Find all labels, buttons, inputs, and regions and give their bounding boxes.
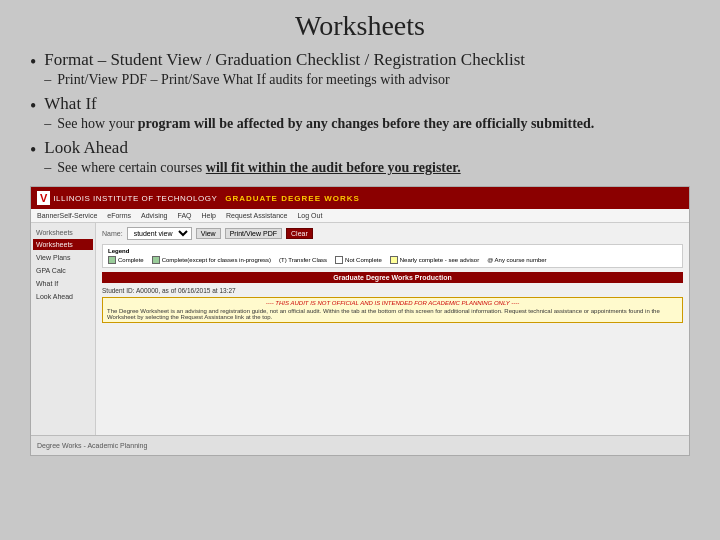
legend-item-transfer: (T) Transfer Class <box>279 256 327 264</box>
sub-list-lookahead: – See where certain courses will fit wit… <box>44 160 690 176</box>
legend-complete-label: Complete <box>118 257 144 263</box>
sidebar-item-whatif[interactable]: What If <box>33 278 93 289</box>
bullet-content-whatif: What If – See how your program will be a… <box>44 94 690 134</box>
sub-item-format-0: – Print/View PDF – Print/Save What If au… <box>44 72 690 88</box>
nav-link-request[interactable]: Request Assistance <box>226 212 287 219</box>
sub-item-whatif-0: – See how your program will be affected … <box>44 116 690 132</box>
app-topbar: V ILLINOIS INSTITUTE OF TECHNOLOGY GRADU… <box>31 187 689 209</box>
bullet-content-format: Format – Student View / Graduation Check… <box>44 50 690 90</box>
sub-text-lookahead-0: See where certain courses will fit withi… <box>57 160 460 176</box>
app-mockup: V ILLINOIS INSTITUTE OF TECHNOLOGY GRADU… <box>31 187 689 455</box>
list-item-whatif: • What If – See how your program will be… <box>30 94 690 134</box>
nav-link-eforms[interactable]: eForms <box>107 212 131 219</box>
sidebar-item-gpacalc[interactable]: GPA Calc <box>33 265 93 276</box>
app-content: Worksheets Worksheets View Plans GPA Cal… <box>31 223 689 435</box>
list-item-format: • Format – Student View / Graduation Che… <box>30 50 690 90</box>
sub-text-whatif-0: See how your program will be affected by… <box>57 116 594 132</box>
bold-program: program will be affected by any changes … <box>138 116 595 131</box>
toolbar-pdf-button[interactable]: Print/View PDF <box>225 228 282 239</box>
sidebar-item-worksheets[interactable]: Worksheets <box>33 239 93 250</box>
dash-icon-lookahead: – <box>44 160 51 176</box>
sidebar-worksheets-label: Worksheets <box>33 227 93 238</box>
sub-item-lookahead-0: – See where certain courses will fit wit… <box>44 160 690 176</box>
nav-link-banner[interactable]: BannerSelf-Service <box>37 212 97 219</box>
legend-any-label: @ Any course number <box>487 257 546 263</box>
legend-complete-icon <box>108 256 116 264</box>
page-title: Worksheets <box>30 10 690 42</box>
legend-incomplete-label: Not Complete <box>345 257 382 263</box>
bullet-main-whatif: What If <box>44 94 96 113</box>
nav-link-advising[interactable]: Advising <box>141 212 167 219</box>
screenshot-preview: V ILLINOIS INSTITUTE OF TECHNOLOGY GRADU… <box>30 186 690 456</box>
logo-name: ILLINOIS INSTITUTE OF TECHNOLOGY <box>53 194 217 203</box>
sub-list-whatif: – See how your program will be affected … <box>44 116 690 132</box>
nav-link-help[interactable]: Help <box>202 212 216 219</box>
bold-underline-text: will fit within the audit before you reg… <box>206 160 461 175</box>
legend-item-partial: Nearly complete - see advisor <box>390 256 479 264</box>
legend-partial-label: Nearly complete - see advisor <box>400 257 479 263</box>
legend-row: Complete Complete(except for classes in-… <box>108 256 677 264</box>
logo-letter: V <box>37 191 50 205</box>
legend-title: Legend <box>108 248 677 254</box>
app-statusbar: Degree Works - Academic Planning <box>31 435 689 455</box>
warning-title: ---- THIS AUDIT IS NOT OFFICIAL AND IS I… <box>107 300 678 306</box>
warning-box: ---- THIS AUDIT IS NOT OFFICIAL AND IS I… <box>102 297 683 323</box>
bullet-icon: • <box>30 52 36 73</box>
bullet-content-lookahead: Look Ahead – See where certain courses w… <box>44 138 690 178</box>
sidebar-item-lookahead[interactable]: Look Ahead <box>33 291 93 302</box>
student-info: Student ID: A00000, as of 06/16/2015 at … <box>102 287 683 294</box>
legend-inprogress-icon <box>152 256 160 264</box>
app-navlinks: BannerSelf-Service eForms Advising FAQ H… <box>31 209 689 223</box>
legend-item-any: @ Any course number <box>487 256 546 264</box>
statusbar-text: Degree Works - Academic Planning <box>37 442 147 449</box>
bullet-main-format: Format – Student View / Graduation Check… <box>44 50 525 69</box>
toolbar-view-select[interactable]: student view <box>127 227 192 240</box>
legend-transfer-label: (T) Transfer Class <box>279 257 327 263</box>
legend-inprogress-label: Complete(except for classes in-progress) <box>162 257 271 263</box>
bullet-main-lookahead: Look Ahead <box>44 138 128 157</box>
sub-text-format-0: Print/View PDF – Print/Save What If audi… <box>57 72 449 88</box>
nav-link-logout[interactable]: Log Out <box>297 212 322 219</box>
app-logo: V ILLINOIS INSTITUTE OF TECHNOLOGY <box>37 191 217 205</box>
bullet-icon-lookahead: • <box>30 140 36 161</box>
toolbar-clear-button[interactable]: Clear <box>286 228 313 239</box>
app-sidebar: Worksheets Worksheets View Plans GPA Cal… <box>31 223 96 435</box>
legend-box: Legend Complete Complete(except for clas… <box>102 244 683 268</box>
page-container: Worksheets • Format – Student View / Gra… <box>0 0 720 540</box>
sub-list-format: – Print/View PDF – Print/Save What If au… <box>44 72 690 88</box>
app-main: Name: student view View Print/View PDF C… <box>96 223 689 435</box>
legend-item-inprogress: Complete(except for classes in-progress) <box>152 256 271 264</box>
legend-item-incomplete: Not Complete <box>335 256 382 264</box>
list-item-lookahead: • Look Ahead – See where certain courses… <box>30 138 690 178</box>
dash-icon: – <box>44 72 51 88</box>
bullet-icon-whatif: • <box>30 96 36 117</box>
bullet-list: • Format – Student View / Graduation Che… <box>30 50 690 178</box>
legend-partial-icon <box>390 256 398 264</box>
warning-text: The Degree Worksheet is an advising and … <box>107 308 678 320</box>
logo-product: GRADUATE DEGREE WORKS <box>225 194 360 203</box>
legend-incomplete-icon <box>335 256 343 264</box>
legend-item-complete: Complete <box>108 256 144 264</box>
dash-icon-whatif: – <box>44 116 51 132</box>
toolbar-view-button[interactable]: View <box>196 228 221 239</box>
toolbar-name-label: Name: <box>102 230 123 237</box>
sidebar-item-viewplans[interactable]: View Plans <box>33 252 93 263</box>
content-header: Graduate Degree Works Production <box>102 272 683 283</box>
nav-link-faq[interactable]: FAQ <box>178 212 192 219</box>
app-toolbar: Name: student view View Print/View PDF C… <box>102 227 683 240</box>
